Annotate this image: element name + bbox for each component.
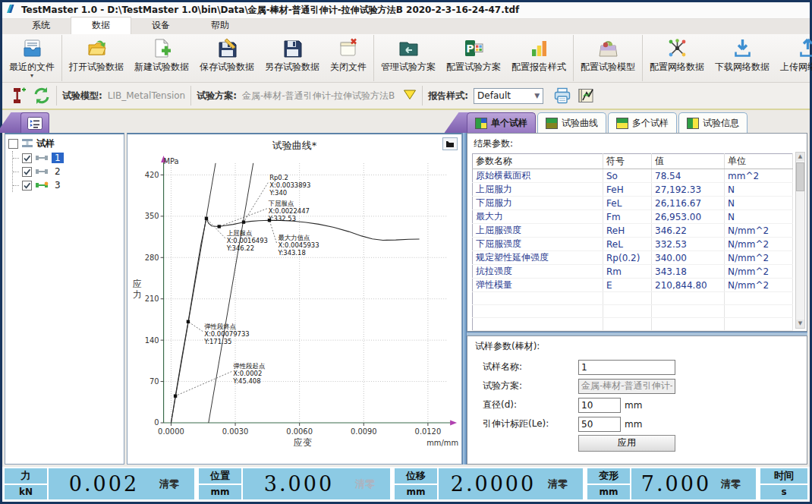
tab-试验信息[interactable]: 试验信息 <box>678 112 747 133</box>
results-cell: 27,192.33 <box>652 183 725 197</box>
results-cell: N <box>725 197 793 210</box>
ribbon-recent-files-button[interactable]: 最近的文件▾ <box>4 35 60 81</box>
ribbon-group-3: 配置试验模型 <box>574 35 643 81</box>
status-panel-时间: 时间s <box>760 468 807 499</box>
status-channel-unit: mm <box>395 485 437 500</box>
results-column-header[interactable]: 单位 <box>725 154 793 169</box>
apply-button[interactable]: 应用 <box>578 435 675 452</box>
annotation-leader <box>269 220 276 243</box>
results-row[interactable]: 最大力Fm26,953.00N <box>473 210 793 224</box>
results-row[interactable]: 弹性模量E210,844.80N/mm^2 <box>473 279 793 292</box>
clear-button-位移[interactable]: 清零 <box>548 468 583 499</box>
menu-tab-数据[interactable]: 数据 <box>71 17 131 34</box>
tree-item-checkbox[interactable] <box>22 181 32 191</box>
ribbon-upload-network-button[interactable]: 上传网络数据 <box>775 35 812 81</box>
report-style-value: Default <box>477 90 511 101</box>
chart-popout-button[interactable] <box>442 137 458 150</box>
report-style-select[interactable]: Default ▼ <box>474 88 543 104</box>
ribbon-config-scheme-button[interactable]: P配置试验方案 <box>441 35 506 81</box>
results-row[interactable]: 下屈服力FeL26,116.67N <box>473 197 793 210</box>
tree-item-specimen-1[interactable]: 1 <box>13 151 122 165</box>
results-table: 参数名称符号值单位 原始横截面积So78.54mm^2上屈服力FeH27,192… <box>472 153 793 331</box>
specimen-icon <box>35 154 49 162</box>
specimen-list-tab[interactable] <box>20 112 49 133</box>
results-row[interactable]: 上屈服强度ReH346.22N/mm^2 <box>473 224 793 238</box>
clear-button-位置[interactable]: 清零 <box>355 468 390 499</box>
menu-tab-帮助[interactable]: 帮助 <box>190 17 250 34</box>
chart-panel: 试验曲线* 0.00000.00300.00600.00900.01200701… <box>127 133 462 465</box>
report-style-label: 报告样式: <box>428 90 468 102</box>
chart-text: MPa <box>163 157 178 165</box>
menu-tab-设备[interactable]: 设备 <box>131 17 190 34</box>
tree-item-label: 2 <box>52 166 64 177</box>
ribbon-download-network-button[interactable]: 下载网络数据 <box>710 35 775 81</box>
ribbon-save-as-data-button[interactable]: 另存试验数据 <box>260 35 325 81</box>
tab-label: 试验曲线 <box>562 117 598 130</box>
scheme-dropdown-triangle-icon[interactable] <box>403 89 417 102</box>
gauge-length-input[interactable] <box>578 417 621 432</box>
specimen-form-panel: 试样参数(棒材): 试样名称: 试验方案: 直径(d): mm <box>467 335 807 465</box>
ribbon-button-label: 新建试验数据 <box>134 61 189 74</box>
clear-button-变形[interactable]: 清零 <box>721 468 756 499</box>
results-row[interactable]: 上屈服力FeH27,192.33N <box>473 183 793 197</box>
ribbon-button-label: 下载网络数据 <box>715 61 770 74</box>
ribbon-config-model-button[interactable]: 配置试验模型 <box>575 35 640 81</box>
report-preview-button[interactable] <box>577 87 595 105</box>
status-channel-name: 变形 <box>587 468 630 485</box>
results-empty-row <box>473 305 793 318</box>
diameter-input[interactable] <box>578 398 621 413</box>
status-channel-unit: mm <box>587 485 630 500</box>
results-column-header[interactable]: 符号 <box>603 154 652 169</box>
annotation-leader <box>175 371 231 395</box>
tree-item-specimen-2[interactable]: 2 <box>13 165 122 178</box>
ribbon-open-data-button[interactable]: 打开试验数据 <box>64 35 129 81</box>
tree-item-checkbox[interactable] <box>22 153 32 163</box>
results-column-header[interactable]: 值 <box>652 154 725 169</box>
ribbon-report-style-button[interactable]: 配置报告样式 <box>506 35 571 81</box>
tree-root-specimens[interactable]: 试样 <box>7 137 122 151</box>
status-label-box: 位移mm <box>395 468 439 499</box>
results-cell: 上屈服力 <box>473 183 603 197</box>
ribbon-config-network-button[interactable]: 配置网络数据 <box>644 35 710 81</box>
specimen-name-input[interactable] <box>578 360 675 375</box>
tree-item-checkbox[interactable] <box>22 167 32 177</box>
results-cell: mm^2 <box>725 169 793 183</box>
tree-root-checkbox[interactable] <box>8 139 18 149</box>
scrollbar-thumb[interactable] <box>796 162 804 191</box>
results-cell: 下屈服力 <box>473 197 603 210</box>
tree-item-specimen-3[interactable]: 3 <box>13 178 122 192</box>
results-cell: Fm <box>603 210 652 224</box>
test-scheme-label: 试验方案: <box>483 380 578 392</box>
main-area: 单个试样试验曲线多个试样试验信息 试样123 试验曲线* 0.00000.003… <box>2 110 810 467</box>
annotation-text: Y:346.22 <box>226 244 254 252</box>
tab-试验曲线[interactable]: 试验曲线 <box>537 112 606 133</box>
ribbon-new-data-button[interactable]: 新建试验数据 <box>129 35 194 81</box>
results-row[interactable]: 规定塑性延伸强度Rp(0.2)340.00N/mm^2 <box>473 251 793 265</box>
add-specimen-button[interactable] <box>9 87 27 105</box>
status-channel-value: 7.000 <box>631 468 721 499</box>
toolbar-separator <box>190 86 191 106</box>
chart-text: 0.0030 <box>222 427 249 436</box>
refresh-button[interactable] <box>33 87 51 105</box>
results-scrollbar[interactable]: ▲ ▼ <box>795 152 805 329</box>
results-row[interactable]: 下屈服强度ReL332.53N/mm^2 <box>473 238 793 251</box>
annotation-text: Y:332.53 <box>268 215 296 222</box>
print-button[interactable] <box>553 87 571 105</box>
ribbon-manage-scheme-button[interactable]: 管理试验方案 <box>376 35 441 81</box>
results-row[interactable]: 抗拉强度Rm343.18N/mm^2 <box>473 265 793 279</box>
specimen-name-label: 试样名称: <box>483 361 578 373</box>
ribbon-save-data-button[interactable]: 保存试验数据 <box>194 35 260 81</box>
ribbon-button-label: 另存试验数据 <box>265 61 319 74</box>
scroll-up-icon[interactable]: ▲ <box>796 153 804 161</box>
clear-button-力[interactable]: 清零 <box>159 468 194 499</box>
results-row[interactable]: 原始横截面积So78.54mm^2 <box>473 169 793 183</box>
model-value: LIB_MetalTension <box>108 90 185 101</box>
results-column-header[interactable]: 参数名称 <box>473 154 603 169</box>
results-cell: 210,844.80 <box>652 279 725 292</box>
ribbon-close-file-button[interactable]: 关闭文件 <box>325 35 372 81</box>
tab-多个试样[interactable]: 多个试样 <box>608 112 677 133</box>
scroll-down-icon[interactable]: ▼ <box>796 320 804 328</box>
results-cell: 最大力 <box>473 210 603 224</box>
menu-tab-系统[interactable]: 系统 <box>11 17 71 34</box>
tab-单个试样[interactable]: 单个试样 <box>467 112 536 133</box>
